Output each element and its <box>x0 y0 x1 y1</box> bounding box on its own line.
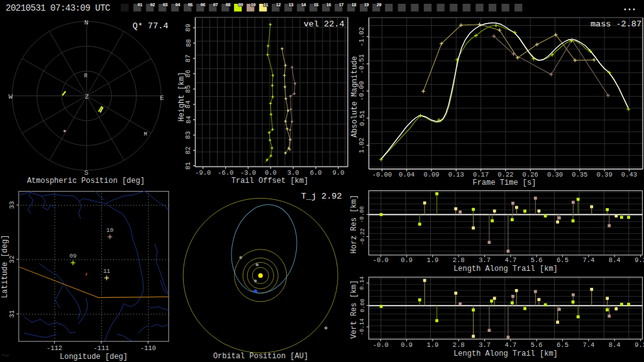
svg-text:-0.00: -0.00 <box>372 171 392 178</box>
svg-text:Horz Res [km]: Horz Res [km] <box>350 195 358 254</box>
svg-text:05: 05 <box>187 3 193 8</box>
svg-text:07: 07 <box>213 3 218 8</box>
svg-text:4.7: 4.7 <box>504 256 516 264</box>
svg-text:7.4: 7.4 <box>582 256 594 264</box>
svg-text:18: 18 <box>351 3 357 8</box>
svg-text:-111: -111 <box>93 344 109 352</box>
svg-text:mass -2.87: mass -2.87 <box>591 19 641 29</box>
svg-text:0.09: 0.09 <box>423 171 439 178</box>
svg-text:9.0: 9.0 <box>333 169 345 177</box>
svg-text:02: 02 <box>150 3 155 8</box>
svg-text:82: 82 <box>185 146 192 155</box>
svg-text:4.7: 4.7 <box>504 341 516 349</box>
svg-text:8.4: 8.4 <box>609 256 621 264</box>
svg-text:5.6: 5.6 <box>531 256 543 264</box>
svg-text:32: 32 <box>8 255 16 263</box>
svg-text:83: 83 <box>185 131 192 140</box>
svg-text:89: 89 <box>185 24 192 32</box>
svg-text:33: 33 <box>8 201 16 209</box>
svg-text:fjw: fjw <box>2 353 9 358</box>
svg-text:1.02: 1.02 <box>358 138 366 153</box>
svg-text:3.7: 3.7 <box>479 256 491 264</box>
svg-text:04: 04 <box>175 3 180 8</box>
svg-text:19: 19 <box>364 3 369 8</box>
svg-text:0.39: 0.39 <box>596 171 612 178</box>
svg-text:S: S <box>84 169 89 177</box>
svg-text:-0.0: -0.0 <box>373 341 389 349</box>
svg-text:7.4: 7.4 <box>582 341 594 349</box>
svg-text:3.0: 3.0 <box>287 169 299 177</box>
svg-text:0.26: 0.26 <box>523 171 538 178</box>
svg-text:06: 06 <box>200 3 206 8</box>
svg-text:14: 14 <box>301 3 306 8</box>
svg-text:-1.02: -1.02 <box>358 27 366 47</box>
svg-text:Orbital Position [AU]: Orbital Position [AU] <box>213 352 308 361</box>
svg-text:0.13: 0.13 <box>448 171 464 178</box>
svg-text:11: 11 <box>103 268 111 275</box>
svg-text:Frame Time [s]: Frame Time [s] <box>473 178 536 187</box>
svg-text:88: 88 <box>185 39 192 47</box>
svg-text:Height [km]: Height [km] <box>177 72 186 121</box>
svg-text:6.5: 6.5 <box>557 341 569 349</box>
svg-text:-0.0: -0.0 <box>373 256 389 264</box>
svg-text:Atmospheric Position [deg]: Atmospheric Position [deg] <box>27 177 145 185</box>
svg-text:-3.0: -3.0 <box>240 169 256 177</box>
svg-text:0.9: 0.9 <box>401 341 413 349</box>
svg-text:31: 31 <box>8 310 16 318</box>
svg-text:5.6: 5.6 <box>531 341 543 349</box>
svg-text:R: R <box>84 73 87 79</box>
svg-text:11: 11 <box>263 3 269 8</box>
svg-text:87: 87 <box>185 55 192 63</box>
svg-text:Vert Res [km]: Vert Res [km] <box>350 280 358 339</box>
svg-text:10: 10 <box>106 227 114 234</box>
svg-text:0.43: 0.43 <box>621 171 637 178</box>
svg-text:0.51: 0.51 <box>358 110 366 126</box>
svg-text:09: 09 <box>69 253 77 260</box>
svg-text:1.9: 1.9 <box>426 256 438 264</box>
svg-text:0.30: 0.30 <box>547 171 563 178</box>
svg-text:13: 13 <box>288 3 294 8</box>
svg-text:E: E <box>160 94 164 102</box>
svg-text:Longitude [deg]: Longitude [deg] <box>60 353 128 361</box>
svg-text:9.3: 9.3 <box>635 256 644 264</box>
svg-text:-0.00: -0.00 <box>358 81 366 101</box>
svg-text:3.7: 3.7 <box>479 341 491 349</box>
svg-text:Z: Z <box>85 94 89 101</box>
svg-text:10: 10 <box>250 3 256 8</box>
svg-text:09: 09 <box>238 3 243 8</box>
svg-text:17: 17 <box>338 3 343 8</box>
svg-text:20210531 07:43:09 UTC: 20210531 07:43:09 UTC <box>6 3 110 13</box>
svg-text:T_j 2.92: T_j 2.92 <box>301 192 342 201</box>
svg-text:-112: -112 <box>47 344 62 352</box>
svg-text:-6.0: -6.0 <box>218 169 233 177</box>
svg-text:12: 12 <box>275 3 280 8</box>
svg-text:81: 81 <box>185 162 192 170</box>
svg-text:N: N <box>84 19 89 26</box>
svg-text:6.0: 6.0 <box>310 169 322 177</box>
svg-text:-0.14: -0.14 <box>360 319 366 336</box>
svg-text:vel 22.4: vel 22.4 <box>304 19 345 29</box>
svg-text:0.17: 0.17 <box>473 171 489 178</box>
svg-text:Trail Offset [km]: Trail Offset [km] <box>231 177 308 185</box>
svg-text:1.9: 1.9 <box>426 341 438 349</box>
svg-text:Latitude [deg]: Latitude [deg] <box>1 235 9 299</box>
svg-text:-9.0: -9.0 <box>195 169 211 177</box>
svg-text:03: 03 <box>162 3 168 8</box>
svg-text:-0.51: -0.51 <box>358 54 366 74</box>
svg-text:15: 15 <box>313 3 319 8</box>
svg-text:6.5: 6.5 <box>557 256 569 264</box>
svg-text:Q* 77.4: Q* 77.4 <box>133 21 169 31</box>
svg-text:0.35: 0.35 <box>572 171 587 178</box>
svg-text:0.22: 0.22 <box>497 171 513 178</box>
svg-text:08: 08 <box>225 3 231 8</box>
svg-text:2.8: 2.8 <box>453 256 465 264</box>
svg-text:8.4: 8.4 <box>609 341 621 349</box>
svg-text:W: W <box>8 93 13 101</box>
svg-text:Absolute Magnitude: Absolute Magnitude <box>350 56 359 138</box>
svg-text:-110: -110 <box>140 344 156 352</box>
svg-text:01: 01 <box>137 3 143 8</box>
svg-text:0.14: 0.14 <box>360 276 366 290</box>
svg-text:0.00: 0.00 <box>360 299 366 312</box>
svg-text:-0.22: -0.22 <box>360 228 366 245</box>
svg-text:20: 20 <box>376 3 382 8</box>
